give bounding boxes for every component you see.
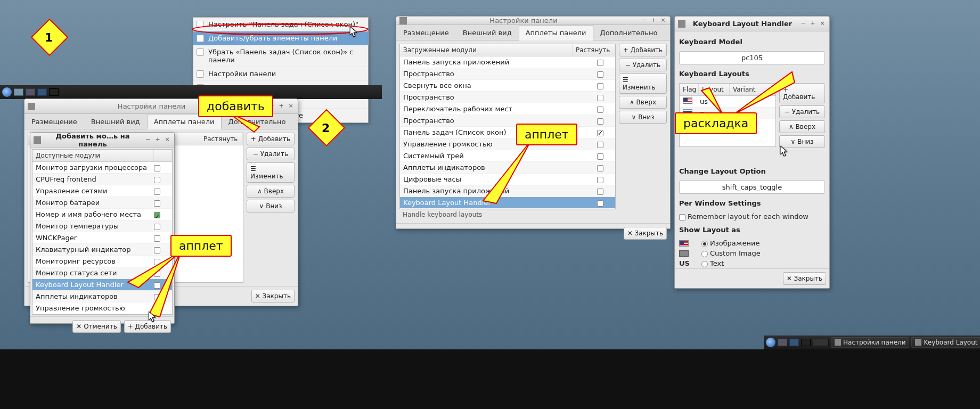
taskbar-item-panel-prefs[interactable]: Настройки панели [831, 337, 909, 348]
tabs[interactable]: РазмещениеВнешний видАпплеты панелиДопол… [396, 25, 670, 40]
list-item[interactable]: Апплеты индикаторов [32, 291, 172, 302]
up-layout-button[interactable]: ∧ Вверх [779, 120, 825, 133]
close-icon[interactable]: × [164, 136, 171, 144]
list-item[interactable]: Мониторинг ресурсов [32, 256, 172, 267]
list-item[interactable]: Цифровые часы [400, 174, 615, 185]
tab[interactable]: Внешний вид [84, 114, 147, 129]
remove-button[interactable]: − Удалить [619, 59, 667, 71]
close-button[interactable]: ✕ Закрыть [624, 227, 667, 240]
close-icon[interactable]: × [819, 20, 826, 28]
col-flag[interactable]: Flag [680, 84, 699, 95]
radio-image[interactable]: Изображение [701, 239, 825, 247]
keyboard-layout-handler-window[interactable]: Keyboard Layout Handler − + × Keyboard M… [674, 16, 830, 289]
add-button[interactable]: + Добавить [124, 320, 171, 333]
close-button[interactable]: ✕ Закрыть [251, 290, 295, 302]
close-icon[interactable]: × [659, 17, 667, 24]
loaded-modules-list[interactable]: Загруженные модули Растянуть Панель запу… [399, 44, 616, 209]
minimize-icon[interactable]: − [640, 17, 648, 24]
col-available[interactable]: Доступные модули [32, 150, 154, 161]
col-layout[interactable]: Layout [699, 84, 730, 95]
list-item[interactable]: Панель запуска приложений [400, 185, 615, 197]
distro-menu-icon[interactable] [766, 338, 775, 347]
tab[interactable]: Размещение [396, 25, 456, 40]
context-menu-item[interactable]: Убрать «Панель задач (Список окон)» с па… [193, 45, 368, 67]
list-item[interactable]: Переключатель рабочих мест [400, 103, 615, 115]
col-modules[interactable]: Загруженные модули [400, 44, 573, 56]
up-button[interactable]: ∧ Вверх [619, 96, 667, 109]
taskbar-item-klh[interactable]: Keyboard Layout … [911, 337, 980, 348]
list-item[interactable]: CPUFreq frontend [32, 174, 172, 185]
edit-button[interactable]: ☰ Изменить [247, 162, 295, 183]
list-item[interactable]: Пространство [400, 68, 615, 80]
layout-row[interactable]: us [680, 96, 775, 108]
list-item[interactable]: Keyboard Layout Handler [400, 197, 615, 209]
maximize-icon[interactable]: + [650, 17, 657, 24]
terminal-icon[interactable] [801, 339, 811, 346]
show-desktop-icon[interactable] [14, 88, 23, 96]
maximize-icon[interactable]: + [809, 20, 816, 28]
add-button[interactable]: + Добавить [619, 44, 667, 56]
add-button[interactable]: + Добавить [247, 133, 295, 145]
file-manager-icon[interactable] [26, 88, 35, 96]
browser-icon[interactable] [37, 88, 47, 96]
list-item[interactable]: Панель задач (Список окон)✓ [400, 127, 615, 138]
maximize-icon[interactable]: + [154, 136, 161, 144]
list-item[interactable]: Монитор температуры [32, 220, 172, 232]
remember-layout-checkbox[interactable]: Remember layout for each window [679, 212, 825, 220]
file-manager-icon[interactable] [778, 339, 787, 346]
titlebar[interactable]: Настройки панели − + × [396, 17, 670, 25]
tab[interactable]: Размещение [24, 114, 84, 129]
terminal-icon[interactable] [49, 88, 59, 96]
change-layout-field[interactable]: shift_caps_toggle [679, 181, 825, 194]
down-layout-button[interactable]: ∨ Вниз [779, 135, 825, 148]
maximize-icon[interactable]: + [277, 103, 285, 110]
context-menu-item[interactable]: Настройки панели [193, 67, 368, 81]
list-item[interactable]: Свернуть все окна [400, 80, 615, 92]
list-item[interactable]: Монитор батареи [32, 197, 172, 209]
list-item[interactable]: Управление громкостью [400, 138, 615, 150]
list-item[interactable]: WNCKPager [32, 232, 172, 244]
list-item[interactable]: Пространство [400, 115, 615, 127]
col-stretch[interactable]: Растянуть [200, 133, 243, 145]
tab[interactable]: Внешний вид [456, 25, 519, 40]
list-item[interactable]: Клавиатурный индикатор [32, 244, 172, 256]
titlebar[interactable]: Keyboard Layout Handler − + × [675, 17, 829, 31]
left-panel-bar[interactable] [0, 85, 382, 99]
down-button[interactable]: ∨ Вниз [619, 111, 667, 124]
list-item[interactable]: Монитор загрузки процессора [32, 162, 172, 174]
remove-layout-button[interactable]: − Удалить [779, 105, 825, 118]
edit-button[interactable]: ☰ Изменить [619, 73, 667, 94]
list-item[interactable]: Управление сетями [32, 185, 172, 197]
tab[interactable]: Дополнительно [593, 25, 665, 40]
list-item[interactable]: Keyboard Layout Handler [32, 279, 172, 291]
minimize-icon[interactable]: − [144, 136, 152, 144]
list-item[interactable]: Системный трей [400, 150, 615, 162]
browser-icon[interactable] [789, 339, 799, 346]
radio-text[interactable]: Text [701, 259, 825, 267]
list-item[interactable]: Номер и имя рабочего места✓ [32, 209, 172, 220]
bottom-panel-bar[interactable]: Настройки панели Keyboard Layout … 🔈 ⇅ 🔋… [764, 336, 980, 349]
remove-button[interactable]: − Удалить [247, 148, 295, 160]
col-variant[interactable]: Variant [730, 84, 775, 95]
minimize-icon[interactable]: − [799, 20, 807, 28]
add-module-dialog[interactable]: Добавить мо…ь на панель − + × Доступные … [30, 132, 175, 324]
radio-custom-image[interactable]: Custom Image [701, 249, 825, 257]
list-item[interactable]: Монитор статуса сети [32, 267, 172, 279]
keyboard-model-field[interactable]: pc105 [679, 51, 825, 64]
list-item[interactable]: Апплеты индикаторов [400, 162, 615, 174]
cancel-button[interactable]: ✕ Отменить [72, 320, 120, 333]
add-layout-button[interactable]: + Добавить [779, 83, 825, 103]
list-item[interactable]: Управление громкостью [32, 302, 172, 314]
up-button[interactable]: ∧ Вверх [247, 185, 295, 198]
close-button[interactable]: ✕ Закрыть [783, 272, 826, 285]
available-modules-list[interactable]: Доступные модули Монитор загрузки процес… [32, 149, 173, 315]
distro-menu-icon[interactable] [2, 87, 12, 97]
panel-prefs-window-2[interactable]: Настройки панели − + × РазмещениеВнешний… [396, 16, 671, 229]
titlebar[interactable]: Добавить мо…ь на панель − + × [30, 133, 174, 148]
list-item[interactable]: Панель запуска приложений [400, 56, 615, 68]
down-button[interactable]: ∨ Вниз [247, 200, 295, 212]
col-stretch[interactable]: Растянуть [573, 44, 615, 56]
close-icon[interactable]: × [287, 103, 295, 110]
tab[interactable]: Апплеты панели [519, 25, 593, 40]
list-item[interactable]: Пространство [400, 92, 615, 103]
